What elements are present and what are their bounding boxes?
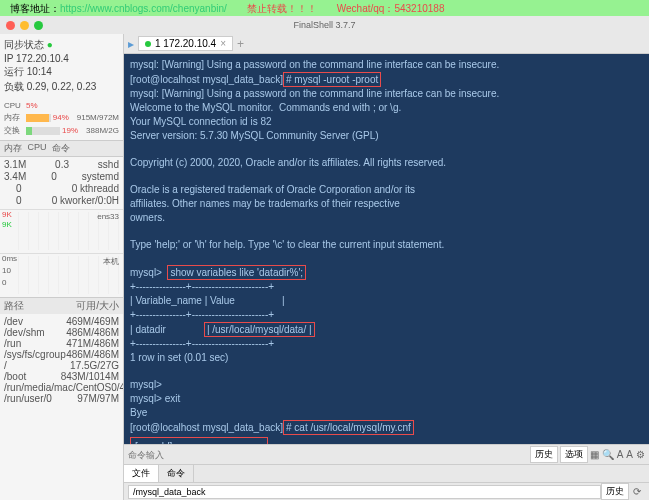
folder-icon[interactable]: ▸ — [128, 37, 134, 51]
disk-list: /dev469M/469M /dev/shm486M/486M /run471M… — [0, 314, 123, 500]
blog-link[interactable]: https://www.cnblogs.com/chenyanbin/ — [60, 3, 227, 14]
path-history-button[interactable]: 历史 — [601, 483, 629, 500]
terminal-output[interactable]: mysql: [Warning] Using a password on the… — [124, 54, 649, 444]
cmd-tab[interactable]: 命令 — [159, 465, 194, 482]
runtime-label: 运行 10:14 — [4, 65, 119, 79]
refresh-icon[interactable]: ⟳ — [629, 486, 645, 497]
add-tab-button[interactable]: + — [237, 37, 244, 51]
wechat-label: Wechat/qq： — [337, 3, 395, 14]
process-list: 3.1M0.3sshd 3.4M0systemd 00 kthreadd 00 … — [0, 157, 123, 209]
search-icon[interactable]: 🔍 — [602, 449, 614, 460]
latency-chart: 0ms 10 0 本机 — [0, 253, 123, 297]
sync-status-label: 同步状态 — [4, 39, 44, 50]
zoom-in-icon[interactable]: A — [617, 449, 624, 460]
load-label: 负载 0.29, 0.22, 0.23 — [4, 80, 119, 94]
grid-icon[interactable]: ▦ — [590, 449, 599, 460]
top-banner: 博客地址：https://www.cnblogs.com/chenyanbin/… — [0, 0, 649, 16]
sidebar: 同步状态 ● IP 172.20.10.4 运行 10:14 负载 0.29, … — [0, 34, 124, 500]
tab-bar: ▸ 1 172.20.10.4 × + — [124, 34, 649, 54]
zoom-out-icon[interactable]: A — [626, 449, 633, 460]
command-input-row: 历史 选项 ▦ 🔍 A A ⚙ — [124, 444, 649, 464]
wechat-number: 543210188 — [394, 3, 444, 14]
ip-label: IP 172.20.10.4 — [4, 53, 119, 64]
file-tabs: 文件 命令 — [124, 464, 649, 482]
settings-icon[interactable]: ⚙ — [636, 449, 645, 460]
file-tab[interactable]: 文件 — [124, 465, 159, 482]
options-button[interactable]: 选项 — [560, 446, 588, 463]
network-chart: 9K 9K ens33 — [0, 209, 123, 253]
path-input[interactable] — [128, 485, 601, 499]
window-title: FinalShell 3.7.7 — [293, 20, 355, 30]
minimize-window-icon[interactable] — [20, 21, 29, 30]
forbid-text: 禁止转载！！！ — [247, 2, 317, 14]
path-row: 历史 ⟳ — [124, 482, 649, 500]
maximize-window-icon[interactable] — [34, 21, 43, 30]
close-tab-icon[interactable]: × — [220, 38, 226, 49]
connection-tab[interactable]: 1 172.20.10.4 × — [138, 36, 233, 51]
blog-label: 博客地址： — [10, 3, 60, 14]
window-titlebar: FinalShell 3.7.7 — [0, 16, 649, 34]
history-button[interactable]: 历史 — [530, 446, 558, 463]
status-dot-icon — [145, 41, 151, 47]
close-window-icon[interactable] — [6, 21, 15, 30]
command-input[interactable] — [128, 450, 530, 460]
